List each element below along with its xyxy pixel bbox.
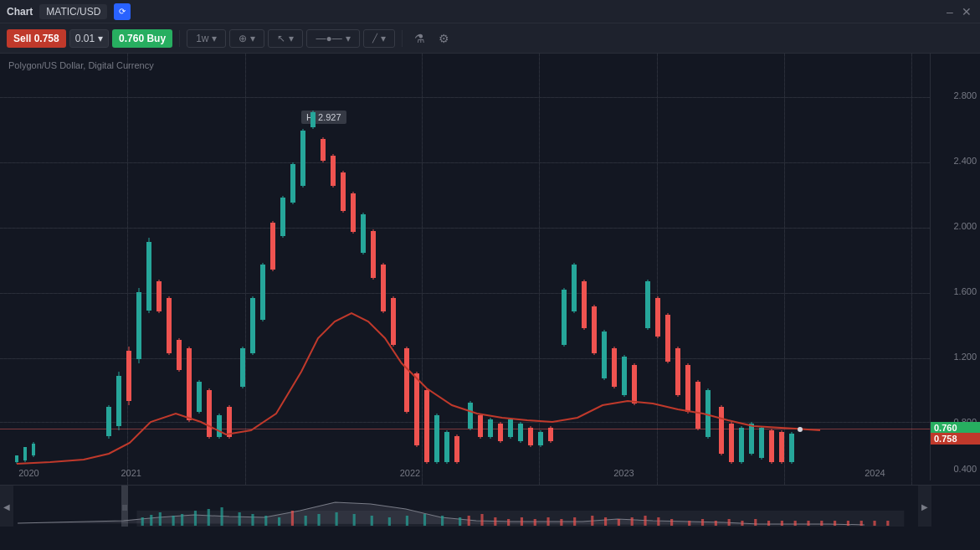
minimize-button[interactable]: –	[943, 5, 957, 18]
svg-rect-131	[749, 424, 754, 454]
svg-rect-53	[341, 172, 346, 211]
svg-rect-182	[715, 521, 717, 526]
svg-rect-190	[820, 521, 823, 526]
chart-area[interactable]: Polygon/US Dollar, Digital Currency H: 2…	[0, 54, 980, 527]
svg-rect-157	[371, 516, 373, 526]
chart-subtitle: Polygon/US Dollar, Digital Currency	[8, 60, 154, 70]
svg-rect-139	[789, 434, 794, 462]
svg-rect-185	[754, 519, 757, 526]
drawing-tools-btn[interactable]: ⊕ ▾	[229, 29, 264, 48]
price-axis: 2.800 2.400 2.000 1.600 1.200 0.800 0.40…	[930, 54, 980, 481]
drawing-tools-icon: ⊕	[239, 33, 247, 44]
svg-rect-164	[468, 516, 470, 526]
svg-rect-186	[767, 521, 770, 526]
svg-rect-11	[126, 351, 131, 401]
svg-rect-167	[507, 519, 510, 526]
price-label-0400: 0.400	[953, 464, 977, 474]
nav-scroll-right[interactable]: ▶	[918, 486, 931, 527]
qty-selector[interactable]: 0.01 ▾	[69, 29, 109, 48]
indicator-line-btn[interactable]: ╱ ▾	[363, 29, 395, 48]
svg-rect-163	[291, 511, 294, 526]
svg-rect-188	[794, 521, 797, 526]
sync-icon[interactable]: ⟳	[114, 3, 131, 20]
svg-rect-119	[685, 365, 690, 412]
svg-rect-161	[441, 516, 444, 526]
svg-rect-151	[264, 516, 267, 526]
line-tool-btn[interactable]: —●— ▾	[306, 29, 359, 48]
cursor-tool-btn[interactable]: ↖ ▾	[268, 29, 303, 48]
buy-price-badge: 0.760	[931, 422, 980, 434]
svg-rect-67	[414, 373, 419, 445]
svg-rect-109	[632, 365, 637, 404]
svg-rect-149	[239, 512, 241, 526]
svg-rect-194	[873, 521, 875, 526]
time-label-2021-1: 2021	[121, 468, 141, 478]
svg-rect-103	[602, 332, 607, 378]
nav-scroll-left[interactable]: ◀	[0, 486, 13, 527]
svg-rect-166	[494, 517, 496, 526]
svg-rect-176	[631, 517, 634, 526]
strategies-icon: ⚗	[414, 32, 425, 45]
close-button[interactable]: ✕	[960, 5, 973, 18]
svg-rect-172	[573, 517, 576, 526]
svg-rect-150	[251, 514, 254, 526]
svg-rect-154	[317, 514, 320, 526]
settings-btn[interactable]: ⚙	[434, 28, 454, 49]
svg-rect-13	[136, 292, 141, 359]
toolbar: Sell 0.758 0.01 ▾ 0.760 Buy 1w ▾ ⊕ ▾ ↖ ▾…	[0, 23, 980, 54]
svg-rect-159	[406, 516, 408, 526]
app-title: Chart	[7, 6, 33, 18]
svg-rect-59	[371, 231, 376, 278]
svg-rect-105	[612, 348, 617, 387]
timeframe-dropdown-icon: ▾	[212, 33, 217, 44]
buy-button[interactable]: 0.760 Buy	[112, 29, 172, 48]
svg-rect-133	[759, 428, 764, 458]
timeframe-selector[interactable]: 1w ▾	[187, 29, 226, 48]
svg-rect-179	[670, 519, 673, 526]
price-label-2800: 2.800	[953, 90, 977, 100]
price-label-1200: 1.200	[953, 352, 977, 362]
svg-rect-23	[187, 348, 192, 420]
svg-rect-193	[860, 521, 863, 526]
svg-rect-111	[645, 281, 650, 328]
svg-rect-141	[141, 517, 144, 526]
svg-rect-177	[644, 516, 646, 526]
svg-rect-160	[423, 514, 426, 526]
svg-rect-123	[705, 390, 711, 437]
svg-rect-162	[459, 517, 461, 526]
svg-rect-178	[657, 517, 659, 526]
svg-rect-19	[167, 298, 172, 353]
strategies-btn[interactable]: ⚗	[409, 28, 430, 49]
sell-button[interactable]: Sell 0.758	[7, 29, 66, 48]
current-price-dot	[798, 427, 803, 432]
svg-rect-191	[834, 521, 836, 526]
svg-rect-125	[719, 407, 724, 454]
svg-rect-15	[146, 242, 151, 311]
svg-rect-27	[207, 390, 212, 437]
svg-rect-173	[591, 516, 593, 526]
svg-rect-31	[227, 407, 232, 437]
qty-value: 0.01	[75, 33, 95, 44]
svg-rect-127	[729, 424, 734, 462]
symbol-label[interactable]: MATIC/USD	[39, 4, 107, 19]
svg-rect-97	[572, 265, 577, 311]
svg-rect-144	[172, 516, 175, 526]
svg-rect-148	[221, 507, 223, 526]
price-label-1600: 1.600	[953, 286, 977, 296]
svg-rect-152	[278, 517, 280, 526]
svg-rect-61	[381, 265, 386, 311]
navigator[interactable]: ||| |||	[0, 485, 980, 527]
svg-rect-137	[779, 432, 784, 462]
svg-rect-51	[331, 156, 336, 186]
price-label-2000: 2.000	[953, 221, 977, 231]
settings-icon: ⚙	[439, 32, 449, 45]
svg-rect-57	[361, 214, 366, 253]
svg-rect-73	[444, 432, 449, 462]
svg-rect-49	[321, 139, 326, 161]
cursor-dropdown-icon: ▾	[289, 33, 294, 44]
indicator-line-icon: ╱	[372, 33, 377, 43]
svg-rect-189	[807, 521, 809, 526]
time-label-2023: 2023	[613, 468, 634, 478]
svg-rect-65	[404, 348, 409, 412]
svg-rect-135	[769, 430, 774, 462]
